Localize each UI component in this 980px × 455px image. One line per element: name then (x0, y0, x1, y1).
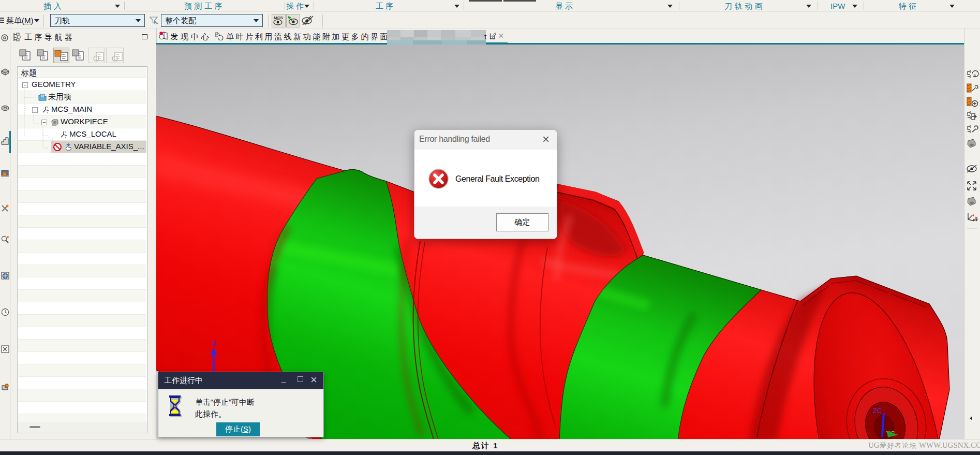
svg-text:Y: Y (47, 106, 49, 109)
svg-text:Z: Z (212, 340, 216, 347)
svg-text:Y: Y (65, 130, 67, 134)
svg-text:ZC: ZC (873, 407, 882, 415)
